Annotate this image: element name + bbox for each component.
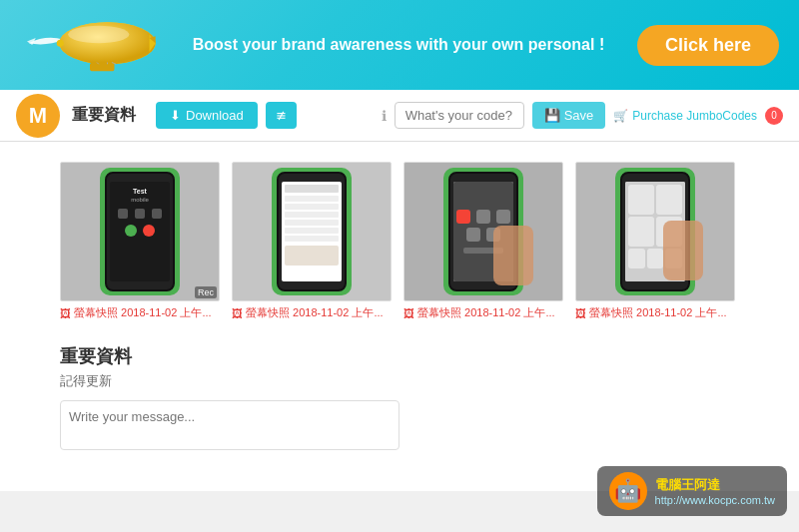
photo-label-4: 🖼 螢幕快照 2018-11-02 上午... — [575, 305, 735, 320]
branding-watermark: 🤖 電腦王阿達 http://www.kocpc.com.tw — [597, 466, 787, 516]
branding-text: 電腦王阿達 http://www.kocpc.com.tw — [655, 476, 775, 506]
header-right: ℹ 💾 Save 🛒 Purchase JumboCodes 0 — [382, 102, 783, 129]
photo-item: Test mobile — [60, 162, 220, 320]
share-button[interactable]: ≢ — [266, 102, 297, 129]
main-content: Test mobile — [0, 142, 799, 491]
purchase-button[interactable]: 🛒 Purchase JumboCodes — [613, 109, 757, 123]
blimp-icon — [20, 10, 160, 80]
branding-avatar: 🤖 — [609, 472, 647, 510]
svg-point-2 — [68, 26, 129, 44]
download-label: Download — [186, 108, 244, 123]
cart-badge: 0 — [765, 107, 783, 125]
svg-point-9 — [57, 40, 64, 47]
logo-circle: M — [16, 94, 60, 138]
header-bar: M 重要資料 ⬇ Download ≢ ℹ 💾 Save 🛒 Purchase … — [0, 90, 799, 142]
banner-left — [20, 10, 160, 80]
download-button[interactable]: ⬇ Download — [156, 102, 258, 129]
message-textarea[interactable] — [60, 400, 400, 450]
photo-item: 🖼 螢幕快照 2018-11-02 上午... — [575, 162, 735, 320]
photo-label-1: 🖼 螢幕快照 2018-11-02 上午... — [60, 305, 220, 320]
section-subtitle: 記得更新 — [60, 372, 739, 390]
rec-badge-1: Rec — [195, 286, 217, 298]
download-icon: ⬇ — [170, 108, 181, 123]
photo-thumb-2[interactable] — [232, 162, 392, 301]
photo-icon-2: 🖼 — [232, 307, 243, 319]
photo-label-3: 🖼 螢幕快照 2018-11-02 上午... — [403, 305, 563, 320]
save-label: Save — [564, 108, 594, 123]
info-icon[interactable]: ℹ — [382, 108, 387, 124]
photo-grid: Test mobile — [60, 162, 739, 320]
header-actions: ⬇ Download ≢ — [156, 102, 297, 129]
section-title: 重要資料 — [60, 344, 739, 368]
header-title: 重要資料 — [72, 105, 136, 126]
banner: Boost your brand awareness with your own… — [0, 0, 799, 90]
photo-thumb-4[interactable] — [575, 162, 735, 301]
photo-item: 🖼 螢幕快照 2018-11-02 上午... — [403, 162, 563, 320]
save-icon: 💾 — [544, 108, 560, 123]
click-here-button[interactable]: Click here — [637, 25, 779, 66]
branding-title: 電腦王阿達 — [655, 476, 775, 494]
save-button[interactable]: 💾 Save — [532, 102, 606, 129]
photo-thumb-1[interactable]: Test mobile — [60, 162, 220, 301]
photo-icon-3: 🖼 — [403, 307, 414, 319]
photo-icon-4: 🖼 — [575, 307, 586, 319]
photo-thumb-3[interactable] — [403, 162, 563, 301]
share-icon: ≢ — [276, 108, 287, 123]
cart-icon: 🛒 — [613, 109, 628, 123]
photo-label-2: 🖼 螢幕快照 2018-11-02 上午... — [232, 305, 392, 320]
code-input[interactable] — [395, 102, 524, 129]
branding-url: http://www.kocpc.com.tw — [655, 494, 775, 506]
section-info: 重要資料 記得更新 — [60, 344, 739, 454]
photo-icon-1: 🖼 — [60, 307, 71, 319]
photo-item: 🖼 螢幕快照 2018-11-02 上午... — [232, 162, 392, 320]
purchase-label: Purchase JumboCodes — [632, 109, 757, 123]
banner-promo-text: Boost your brand awareness with your own… — [160, 36, 637, 54]
svg-rect-3 — [90, 63, 115, 72]
